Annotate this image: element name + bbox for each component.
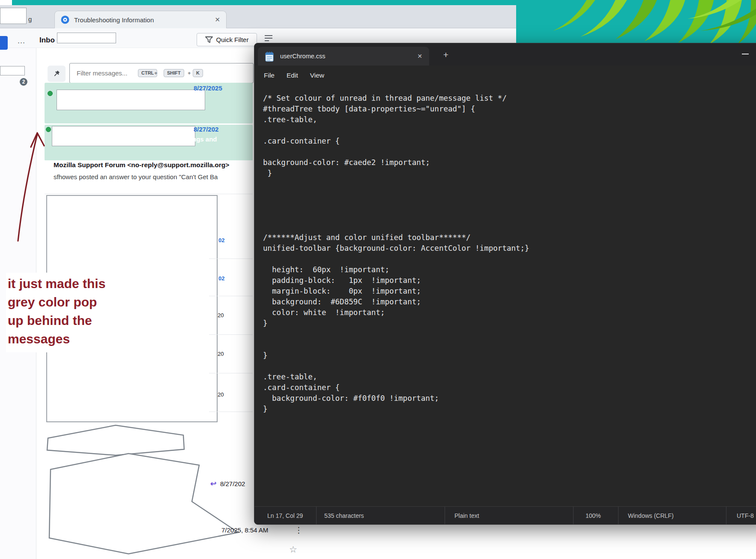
notepad-titlebar: userChrome.css ✕ + — [254, 43, 756, 66]
status-cursor-position: Ln 17, Col 29 — [254, 507, 316, 525]
notepad-window: userChrome.css ✕ + File Edit View /* Set… — [254, 43, 756, 525]
annotation-arrow — [6, 122, 62, 249]
redaction-box-header — [57, 33, 116, 43]
annotation-line: grey color pop — [8, 293, 105, 311]
menu-file[interactable]: File — [258, 72, 281, 79]
kbd-shift: SHIFT — [164, 69, 184, 77]
redaction-box-tab — [0, 8, 27, 24]
message-snippet: sfhowes posted an answer to your questio… — [54, 173, 218, 180]
clipped-date: 02 — [218, 237, 224, 243]
list-separator — [209, 334, 253, 335]
unread-badge: 2 — [19, 77, 28, 87]
notepad-statusbar: Ln 17, Col 29 535 characters Plain text … — [254, 506, 756, 525]
status-zoom-level[interactable]: 100% — [573, 507, 618, 525]
filter-funnel-icon — [205, 36, 213, 43]
status-character-count: 535 characters — [316, 507, 445, 525]
redaction-box-sender-1 — [57, 90, 205, 110]
list-separator — [209, 373, 253, 373]
display-options-icon[interactable] — [263, 34, 274, 42]
filter-messages-input[interactable] — [70, 63, 253, 83]
message-date: 8/27/202 — [194, 126, 218, 133]
tab-label: Troubleshooting Information — [74, 16, 154, 24]
list-separator — [45, 194, 253, 194]
list-separator — [209, 296, 253, 296]
new-tab-button[interactable]: + — [439, 48, 452, 61]
tab-remnant: g — [28, 15, 32, 23]
list-separator — [209, 412, 253, 412]
kbd-k: K — [193, 69, 203, 77]
desktop-wallpaper — [516, 0, 756, 43]
overflow-menu[interactable]: … — [17, 36, 26, 45]
redaction-polygon-2 — [49, 454, 238, 554]
minimize-button[interactable] — [742, 54, 749, 54]
quick-filter-label: Quick Filter — [216, 36, 249, 43]
subject-fragment: ice — [185, 95, 194, 102]
tab-close-icon[interactable]: ✕ — [215, 16, 220, 24]
notepad-tab-close-icon[interactable]: ✕ — [417, 53, 422, 60]
kbd-plus-2: + — [188, 70, 191, 76]
wallpaper-leaves-illustration — [516, 0, 756, 43]
status-encoding[interactable]: UTF-8 — [726, 507, 756, 525]
unread-dot — [48, 91, 53, 96]
redaction-box-sender-2 — [52, 126, 195, 146]
spaces-button[interactable] — [0, 36, 8, 50]
status-line-ending[interactable]: Windows (CRLF) — [618, 507, 726, 525]
clipped-date: 02 — [218, 275, 224, 282]
screen: g Troubleshooting Information ✕ … 2 Inbo — [0, 0, 756, 559]
message-date: 8/27/2025 — [194, 84, 222, 92]
menu-edit[interactable]: Edit — [281, 72, 304, 79]
redaction-box-folder — [0, 66, 25, 75]
notepad-menubar: File Edit View — [254, 66, 756, 85]
footer-date: 7/2025, 8:54 AM — [221, 526, 268, 534]
redaction-shapes — [43, 422, 244, 557]
reply-arrow-icon: ↩ — [210, 479, 216, 488]
clipped-date: 20 — [218, 312, 224, 319]
message-row-forum[interactable]: Mozilla Support Forum <no-reply@support.… — [45, 160, 253, 194]
clipped-date: 20 — [218, 391, 224, 398]
annotation-line: up behind the — [8, 311, 105, 330]
message-sender: Mozilla Support Forum <no-reply@support.… — [54, 161, 229, 169]
subject-fragment: ngs and — [192, 135, 217, 143]
message-row-unread-1[interactable]: 8/27/2025 ice — [45, 83, 253, 123]
star-icon[interactable]: ☆ — [289, 544, 297, 555]
kebab-menu-icon[interactable]: ⋮ — [295, 525, 303, 535]
message-row-unread-2[interactable]: 8/27/202 ngs and — [45, 125, 253, 161]
folder-title: Inbo — [39, 36, 55, 45]
notepad-editor[interactable]: /* Set colour of unread in thread pane/m… — [254, 85, 756, 506]
annotation-text: it just made this grey color pop up behi… — [6, 273, 111, 352]
pin-button[interactable] — [48, 66, 66, 82]
lifebuoy-icon — [61, 15, 69, 24]
kbd-plus: + — [154, 70, 158, 76]
reply-date: 8/27/202 — [220, 480, 245, 487]
notepad-doc-icon — [265, 51, 274, 62]
quick-filter-button[interactable]: Quick Filter — [197, 33, 257, 46]
clipped-date: 20 — [218, 351, 224, 357]
redaction-polygon-1 — [47, 425, 184, 455]
notepad-tab-title: userChrome.css — [280, 53, 326, 60]
filter-input-container: CTRL + SHIFT + K — [69, 63, 254, 83]
menu-view[interactable]: View — [304, 72, 330, 79]
notepad-tab[interactable]: userChrome.css ✕ — [258, 47, 429, 66]
status-file-format: Plain text — [445, 507, 573, 525]
annotation-line: messages — [8, 330, 105, 348]
annotation-line: it just made this — [8, 274, 105, 293]
pin-icon — [52, 69, 61, 78]
list-separator — [209, 258, 253, 259]
tab-troubleshooting[interactable]: Troubleshooting Information ✕ — [54, 11, 227, 28]
